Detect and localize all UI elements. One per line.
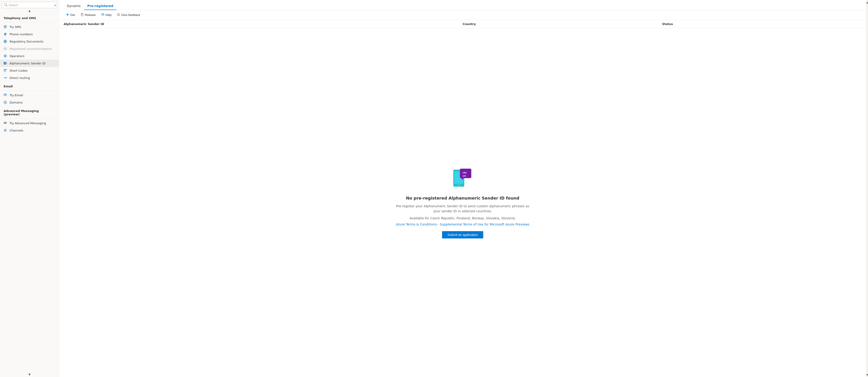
sidebar-item-alphanumeric-sender-id[interactable]: ABC 123 Alphanumeric Sender ID xyxy=(0,60,59,67)
sidebar-item-label: Regulatory Documents xyxy=(9,40,43,43)
search-icon xyxy=(4,3,7,7)
empty-state-description: Pre-register your Alphanumeric Sender ID… xyxy=(395,204,531,214)
empty-state: ABC 123 No pre-registered Alphanumeric S… xyxy=(59,28,866,377)
azure-terms-link[interactable]: Azure Terms & Conditions xyxy=(396,223,437,226)
section-divider-telephony xyxy=(3,22,56,22)
svg-rect-16 xyxy=(4,71,6,72)
help-icon xyxy=(101,13,104,17)
empty-state-available: Available for Czech Republic, Finaland, … xyxy=(409,216,516,221)
right-scrollbar: ▲ ▼ xyxy=(866,0,868,377)
sidebar-item-label: Short Codes xyxy=(9,69,28,72)
release-button[interactable]: Release xyxy=(78,12,98,18)
sidebar-collapse-button[interactable]: « xyxy=(53,3,57,8)
sidebar-item-label: Operators xyxy=(9,54,24,58)
empty-state-title: No pre-registered Alphanumeric Sender ID… xyxy=(406,196,519,200)
get-button[interactable]: Get xyxy=(64,12,77,18)
get-button-label: Get xyxy=(70,13,75,17)
svg-rect-29 xyxy=(102,13,104,15)
svg-point-3 xyxy=(4,47,7,50)
domains-icon xyxy=(3,100,7,105)
link-separator: - xyxy=(438,223,440,226)
section-label-advanced: Advanced Messaging (preview) xyxy=(0,106,59,117)
plus-icon xyxy=(66,13,69,17)
supplemental-terms-link[interactable]: Supplemental Terms of Use for Microsoft … xyxy=(440,223,529,226)
svg-text:123: 123 xyxy=(5,64,7,65)
tab-dynamic[interactable]: Dynamic xyxy=(64,2,84,10)
sidebar-item-domains[interactable]: Domains xyxy=(0,99,59,106)
search-box[interactable] xyxy=(2,2,57,8)
svg-point-18 xyxy=(6,77,7,78)
svg-point-4 xyxy=(4,55,6,57)
sidebar-item-short-codes[interactable]: Short Codes xyxy=(0,67,59,74)
regulatory-docs-icon xyxy=(3,39,7,44)
svg-rect-27 xyxy=(81,14,83,16)
sidebar-item-label: Registered countries/regions xyxy=(9,47,52,51)
sidebar-item-phone-numbers[interactable]: # Phone numbers xyxy=(0,30,59,38)
sidebar-item-label: Try SMS xyxy=(9,25,21,29)
try-email-icon xyxy=(3,93,7,97)
sidebar-item-try-sms[interactable]: Try SMS xyxy=(0,23,59,30)
registered-countries-icon xyxy=(3,47,7,51)
try-advanced-messaging-icon xyxy=(3,121,7,125)
sidebar-item-regulatory-docs[interactable]: Regulatory Documents xyxy=(0,38,59,45)
col-header-status: Status xyxy=(662,22,862,26)
sidebar-item-operators[interactable]: Operators xyxy=(0,52,59,60)
phone-numbers-icon: # xyxy=(3,32,7,36)
channels-icon xyxy=(3,128,7,133)
scroll-top-arrow[interactable]: ▲ xyxy=(866,0,868,4)
svg-point-37 xyxy=(458,184,460,186)
search-input[interactable] xyxy=(9,3,55,7)
try-sms-icon xyxy=(3,25,7,29)
sidebar-item-channels[interactable]: Channels xyxy=(0,127,59,134)
scroll-up-arrow[interactable]: ▲ xyxy=(0,8,59,13)
section-divider-advanced xyxy=(3,118,56,119)
section-label-telephony: Telephony and SMS xyxy=(0,13,59,21)
svg-point-17 xyxy=(4,77,4,78)
short-codes-icon xyxy=(3,68,7,72)
sidebar-item-label: Direct routing xyxy=(9,76,30,80)
sidebar: « ▲ Telephony and SMS Try SMS # Phone nu… xyxy=(0,0,59,377)
sidebar-item-label: Try Email xyxy=(9,93,23,97)
empty-state-illustration: ABC 123 xyxy=(452,167,474,190)
help-button-label: Help xyxy=(105,13,112,17)
feedback-icon xyxy=(117,13,120,17)
scroll-bottom-arrow[interactable]: ▼ xyxy=(866,373,868,377)
sidebar-item-registered-countries: Registered countries/regions xyxy=(0,45,59,52)
svg-point-5 xyxy=(5,56,6,57)
section-label-email: Email xyxy=(0,82,59,89)
sidebar-item-label: Try Advanced Messaging xyxy=(9,121,46,125)
sidebar-item-label: Channels xyxy=(9,129,23,132)
svg-point-33 xyxy=(118,14,118,14)
col-header-country: Country xyxy=(463,22,662,26)
svg-text:123: 123 xyxy=(462,175,466,177)
submit-application-button[interactable]: Submit an application xyxy=(442,231,484,238)
sidebar-item-label: Alphanumeric Sender ID xyxy=(9,62,45,65)
tab-pre-registered[interactable]: Pre-registered xyxy=(84,2,117,10)
table-header: Alphanumeric Sender ID Country Status xyxy=(59,20,866,28)
section-divider-email xyxy=(3,90,56,91)
scroll-down-arrow[interactable]: ▼ xyxy=(0,372,59,377)
col-header-sender-id: Alphanumeric Sender ID xyxy=(64,22,463,26)
svg-rect-15 xyxy=(4,70,6,71)
operators-icon xyxy=(3,54,7,58)
sidebar-item-label: Domains xyxy=(9,101,23,104)
sidebar-item-direct-routing[interactable]: Direct routing xyxy=(0,74,59,82)
feedback-button-label: Give feedback xyxy=(121,13,140,17)
release-button-label: Release xyxy=(85,13,96,17)
tabs-container: Dynamic Pre-registered xyxy=(59,0,866,10)
give-feedback-button[interactable]: Give feedback xyxy=(115,12,142,18)
main-content: Dynamic Pre-registered Get Release xyxy=(59,0,866,377)
sidebar-item-try-advanced-messaging[interactable]: Try Advanced Messaging xyxy=(0,119,59,127)
sidebar-item-label: Phone numbers xyxy=(9,32,33,36)
svg-rect-14 xyxy=(4,69,7,70)
svg-text:ABC: ABC xyxy=(462,172,467,174)
alphanumeric-sender-icon: ABC 123 xyxy=(3,61,7,65)
svg-point-20 xyxy=(5,102,6,103)
direct-routing-icon xyxy=(3,76,7,80)
help-button[interactable]: Help xyxy=(99,12,114,18)
empty-state-links: Azure Terms & Conditions - Supplemental … xyxy=(396,223,529,226)
toolbar: Get Release Help xyxy=(59,10,866,20)
sidebar-scroll-area: Telephony and SMS Try SMS # Phone number… xyxy=(0,13,59,372)
svg-point-34 xyxy=(119,14,119,14)
sidebar-item-try-email[interactable]: Try Email xyxy=(0,91,59,99)
